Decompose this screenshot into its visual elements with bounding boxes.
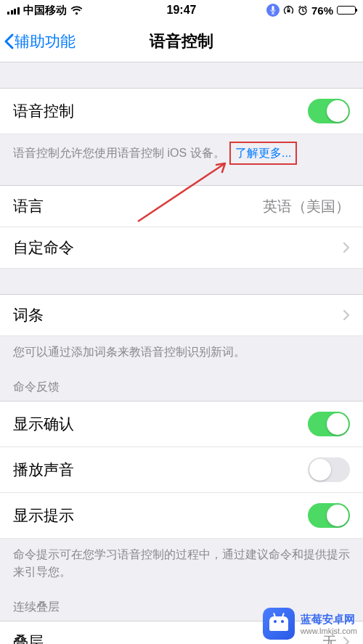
language-label: 语言 — [13, 196, 44, 216]
play-sound-toggle[interactable] — [308, 457, 350, 482]
watermark-url: www.lmkjst.com — [301, 627, 357, 635]
show-confirm-toggle[interactable] — [308, 412, 350, 436]
watermark-title: 蓝莓安卓网 — [301, 613, 355, 625]
wifi-icon — [70, 6, 83, 15]
show-hint-label: 显示提示 — [13, 505, 74, 526]
voice-control-toggle-cell[interactable]: 语音控制 — [0, 88, 363, 134]
chevron-left-icon — [3, 33, 15, 50]
voice-control-footer: 语音控制允许您使用语音控制 iOS 设备。 了解更多... — [0, 134, 363, 171]
voice-control-label: 语音控制 — [13, 101, 74, 121]
microphone-indicator-icon — [266, 4, 280, 17]
svg-rect-0 — [272, 6, 274, 11]
learn-more-link[interactable]: 了解更多... — [235, 147, 291, 159]
custom-commands-cell[interactable]: 自定命令 — [0, 227, 363, 269]
back-button[interactable]: 辅助功能 — [0, 31, 80, 52]
vocabulary-label: 词条 — [13, 305, 44, 325]
carrier-label: 中国移动 — [23, 4, 67, 17]
battery-icon — [337, 6, 356, 15]
battery-percent: 76% — [311, 4, 333, 17]
language-cell[interactable]: 语言 英语（美国） — [0, 185, 363, 227]
vocabulary-footer: 您可以通过添加词条来教语音控制识别新词。 — [0, 336, 363, 367]
alarm-icon — [298, 5, 308, 15]
watermark-android-icon — [263, 608, 295, 640]
chevron-right-icon — [343, 242, 350, 253]
show-confirm-label: 显示确认 — [13, 414, 74, 434]
overlay-label: 叠层 — [13, 632, 44, 644]
show-hint-toggle[interactable] — [308, 503, 350, 528]
svg-rect-2 — [287, 9, 290, 12]
custom-commands-label: 自定命令 — [13, 237, 74, 258]
play-sound-cell[interactable]: 播放声音 — [0, 447, 363, 493]
voice-control-toggle[interactable] — [308, 99, 350, 123]
vocabulary-cell[interactable]: 词条 — [0, 294, 363, 336]
watermark: 蓝莓安卓网 www.lmkjst.com — [263, 608, 357, 640]
status-bar: 中国移动 19:47 76% — [0, 0, 363, 20]
navigation-bar: 辅助功能 语音控制 — [0, 20, 363, 62]
orientation-lock-icon — [283, 5, 294, 16]
feedback-header: 命令反馈 — [0, 367, 363, 401]
status-right: 76% — [266, 4, 356, 17]
status-left: 中国移动 — [7, 4, 83, 17]
feedback-footer: 命令提示可在您学习语音控制的过程中，通过建议命令和提供提示来引导您。 — [0, 539, 363, 587]
play-sound-label: 播放声音 — [13, 460, 74, 480]
show-hint-cell[interactable]: 显示提示 — [0, 493, 363, 539]
chevron-right-icon — [343, 309, 350, 321]
back-label: 辅助功能 — [15, 31, 76, 52]
signal-strength-icon — [7, 6, 20, 15]
annotation-highlight-box: 了解更多... — [229, 142, 297, 165]
language-value: 英语（美国） — [263, 197, 350, 216]
show-confirm-cell[interactable]: 显示确认 — [0, 401, 363, 447]
